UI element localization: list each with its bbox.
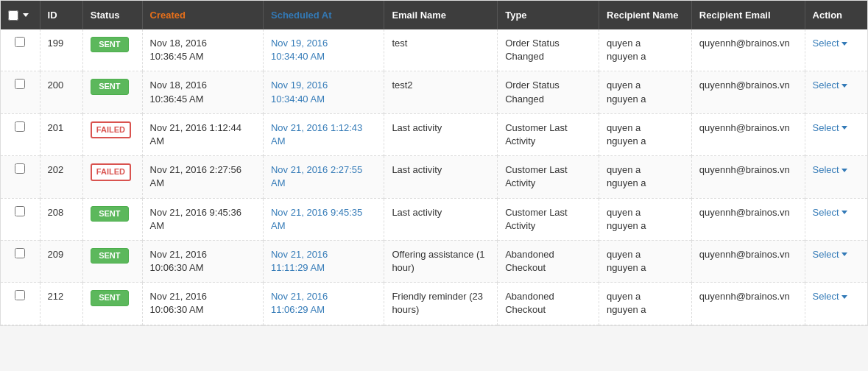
row-id: 199: [40, 29, 82, 71]
row-email-name: Friendly reminder (23 hours): [384, 283, 498, 325]
select-action-button[interactable]: Select: [813, 79, 847, 92]
row-action-cell: Select: [805, 283, 867, 325]
row-created: Nov 18, 2016 10:36:45 AM: [142, 71, 263, 113]
row-action-cell: Select: [805, 113, 867, 155]
row-checkbox[interactable]: [15, 79, 25, 89]
row-scheduled-at: Nov 21, 2016 2:27:55 AM: [263, 156, 384, 198]
table-header-row: ID Status Created Scheduled At Email Nam…: [1, 1, 867, 29]
row-status-cell: SENT: [82, 283, 142, 325]
row-checkbox-cell: [1, 71, 40, 113]
row-email-name: Last activity: [384, 198, 498, 240]
select-action-label: Select: [813, 79, 839, 92]
select-action-label: Select: [813, 163, 839, 177]
row-action-cell: Select: [805, 198, 867, 240]
col-header-email-name: Email Name: [384, 1, 498, 29]
table-row: 208SENTNov 21, 2016 9:45:36 AMNov 21, 20…: [1, 198, 867, 240]
row-created: Nov 21, 2016 10:06:30 AM: [142, 240, 263, 282]
row-recipient-name: quyen a nguyen a: [599, 71, 692, 113]
table-row: 202FAILEDNov 21, 2016 2:27:56 AMNov 21, …: [1, 156, 867, 198]
row-status-cell: SENT: [82, 198, 142, 240]
col-header-status: Status: [82, 1, 142, 29]
row-id: 201: [40, 113, 82, 155]
table-row: 209SENTNov 21, 2016 10:06:30 AMNov 21, 2…: [1, 240, 867, 282]
col-header-action: Action: [805, 1, 867, 29]
row-recipient-name: quyen a nguyen a: [599, 156, 692, 198]
status-badge: SENT: [91, 290, 129, 305]
row-checkbox[interactable]: [15, 248, 25, 258]
row-checkbox[interactable]: [15, 163, 25, 174]
row-created: Nov 21, 2016 2:27:56 AM: [142, 156, 263, 198]
row-email-name: test2: [384, 71, 498, 113]
row-checkbox-cell: [1, 240, 40, 282]
row-status-cell: FAILED: [82, 113, 142, 155]
select-action-label: Select: [813, 121, 839, 135]
action-dropdown-caret-icon: [841, 126, 847, 130]
row-type: Customer Last Activity: [498, 113, 599, 155]
row-id: 208: [40, 198, 82, 240]
row-type: Abandoned Checkout: [498, 283, 599, 325]
row-recipient-email: quyennh@brainos.vn: [691, 71, 805, 113]
col-header-type: Type: [498, 1, 599, 29]
select-all-checkbox[interactable]: [8, 10, 18, 21]
row-created: Nov 21, 2016 9:45:36 AM: [142, 198, 263, 240]
row-recipient-email: quyennh@brainos.vn: [691, 113, 805, 155]
row-scheduled-at: Nov 19, 2016 10:34:40 AM: [263, 71, 384, 113]
row-recipient-email: quyennh@brainos.vn: [691, 198, 805, 240]
row-recipient-email: quyennh@brainos.vn: [691, 29, 805, 71]
action-dropdown-caret-icon: [841, 295, 847, 299]
row-action-cell: Select: [805, 29, 867, 71]
row-checkbox[interactable]: [15, 290, 25, 300]
row-email-name: test: [384, 29, 498, 71]
row-created: Nov 21, 2016 10:06:30 AM: [142, 283, 263, 325]
row-scheduled-at: Nov 21, 2016 11:11:29 AM: [263, 240, 384, 282]
action-dropdown-caret-icon: [841, 169, 847, 172]
row-email-name: Last activity: [384, 156, 498, 198]
sort-icon: [23, 13, 29, 17]
row-recipient-email: quyennh@brainos.vn: [691, 156, 805, 198]
row-type: Order Status Changed: [498, 71, 599, 113]
select-action-label: Select: [813, 290, 839, 303]
row-recipient-name: quyen a nguyen a: [599, 283, 692, 325]
row-action-cell: Select: [805, 71, 867, 113]
row-checkbox[interactable]: [15, 37, 25, 47]
row-recipient-name: quyen a nguyen a: [599, 240, 692, 282]
table-row: 200SENTNov 18, 2016 10:36:45 AMNov 19, 2…: [1, 71, 867, 113]
row-type: Order Status Changed: [498, 29, 599, 71]
select-action-label: Select: [813, 248, 839, 261]
select-action-button[interactable]: Select: [813, 121, 847, 135]
row-status-cell: FAILED: [82, 156, 142, 198]
row-id: 212: [40, 283, 82, 325]
row-created: Nov 18, 2016 10:36:45 AM: [142, 29, 263, 71]
status-badge: SENT: [91, 206, 129, 222]
select-action-button[interactable]: Select: [813, 206, 847, 219]
row-checkbox-cell: [1, 198, 40, 240]
row-action-cell: Select: [805, 240, 867, 282]
table-row: 212SENTNov 21, 2016 10:06:30 AMNov 21, 2…: [1, 283, 867, 325]
select-action-label: Select: [813, 206, 839, 219]
row-email-name: Last activity: [384, 113, 498, 155]
row-scheduled-at: Nov 21, 2016 1:12:43 AM: [263, 113, 384, 155]
table-row: 201FAILEDNov 21, 2016 1:12:44 AMNov 21, …: [1, 113, 867, 155]
row-recipient-name: quyen a nguyen a: [599, 113, 692, 155]
row-email-name: Offering assistance (1 hour): [384, 240, 498, 282]
select-action-button[interactable]: Select: [813, 163, 847, 177]
row-recipient-email: quyennh@brainos.vn: [691, 240, 805, 282]
action-dropdown-caret-icon: [841, 211, 847, 214]
row-status-cell: SENT: [82, 29, 142, 71]
row-recipient-email: quyennh@brainos.vn: [691, 283, 805, 325]
select-action-button[interactable]: Select: [813, 37, 847, 50]
select-action-button[interactable]: Select: [813, 248, 847, 261]
action-dropdown-caret-icon: [841, 84, 847, 88]
row-checkbox-cell: [1, 156, 40, 198]
status-badge: SENT: [91, 79, 129, 94]
action-dropdown-caret-icon: [841, 252, 847, 256]
select-action-button[interactable]: Select: [813, 290, 847, 303]
row-type: Abandoned Checkout: [498, 240, 599, 282]
status-badge: FAILED: [91, 121, 131, 138]
row-checkbox[interactable]: [15, 121, 25, 132]
row-checkbox[interactable]: [15, 206, 25, 216]
row-checkbox-cell: [1, 29, 40, 71]
row-id: 200: [40, 71, 82, 113]
select-all-header[interactable]: [1, 1, 40, 29]
col-header-id: ID: [40, 1, 82, 29]
